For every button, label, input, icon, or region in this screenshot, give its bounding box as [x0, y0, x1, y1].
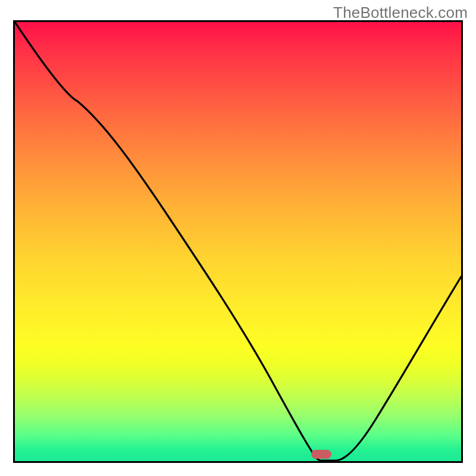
watermark-label: TheBottleneck.com [333, 4, 468, 22]
chart-container: TheBottleneck.com [0, 0, 476, 476]
bottleneck-curve [15, 22, 461, 461]
plot-area [13, 20, 463, 463]
optimal-marker [311, 450, 331, 459]
